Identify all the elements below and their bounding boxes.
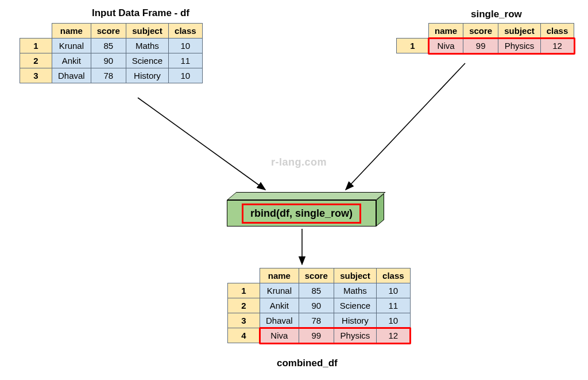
row-index: 3 [228, 313, 260, 328]
col-header: score [463, 24, 498, 39]
cell-score: 90 [299, 298, 334, 313]
block-front-face: rbind(df, single_row) [227, 200, 376, 227]
corner-cell [397, 24, 429, 39]
row-index: 1 [20, 39, 52, 53]
rbind-code-label: rbind(df, single_row) [242, 204, 361, 224]
table-combined-df: name score subject class 1Krunal85Maths1… [227, 268, 411, 343]
col-header: subject [334, 268, 376, 283]
col-header: class [540, 24, 574, 39]
cell-subject: Science [334, 298, 376, 313]
cell-class: 12 [540, 39, 574, 53]
col-header: score [91, 24, 126, 39]
table-row: 2Ankit90Science11 [228, 298, 411, 313]
cell-class: 11 [377, 298, 411, 313]
arrow-df-to-rbind [138, 98, 265, 190]
col-header: name [429, 24, 463, 39]
col-header: class [169, 24, 203, 39]
cell-name: Ankit [52, 53, 91, 68]
row-index: 2 [20, 53, 52, 68]
cell-score: 85 [91, 39, 126, 53]
cell-class: 11 [169, 53, 203, 68]
cell-subject: Maths [334, 283, 376, 298]
table-row: 1Krunal85Maths10 [228, 283, 411, 298]
title-input-df: Input Data Frame - df [92, 7, 189, 19]
cell-class: 10 [377, 313, 411, 328]
row-index: 2 [228, 298, 260, 313]
cell-class: 10 [169, 68, 203, 83]
cell-name: Dhaval [260, 313, 299, 328]
watermark: r-lang.com [271, 156, 327, 168]
table-row: 3Dhaval78History10 [20, 68, 203, 83]
cell-score: 78 [91, 68, 126, 83]
arrow-single-to-rbind [346, 63, 465, 190]
cell-class: 10 [377, 283, 411, 298]
cell-score: 85 [299, 283, 334, 298]
cell-subject: Science [126, 53, 168, 68]
cell-subject: History [334, 313, 376, 328]
table-row: 3Dhaval78History10 [228, 313, 411, 328]
cell-score: 78 [299, 313, 334, 328]
col-header: name [52, 24, 91, 39]
cell-subject: History [126, 68, 168, 83]
table-row: 4Niva99Physics12 [228, 328, 411, 343]
cell-score: 90 [91, 53, 126, 68]
col-header: class [377, 268, 411, 283]
cell-subject: Physics [498, 39, 541, 53]
cell-subject: Physics [334, 328, 376, 343]
cell-subject: Maths [126, 39, 168, 53]
title-single-row: single_row [471, 9, 522, 20]
row-index: 4 [228, 328, 260, 343]
cell-name: Krunal [260, 283, 299, 298]
rbind-operation-block: rbind(df, single_row) [227, 200, 376, 227]
cell-name: Niva [429, 39, 463, 53]
corner-cell [228, 268, 260, 283]
row-index: 3 [20, 68, 52, 83]
block-top-face [227, 192, 386, 200]
col-header: name [260, 268, 299, 283]
table-single-row: name score subject class 1Niva99Physics1… [396, 23, 574, 53]
table-row: 2Ankit90Science11 [20, 53, 203, 68]
title-combined-df: combined_df [277, 358, 338, 369]
table-row: 1Niva99Physics12 [397, 39, 574, 53]
corner-cell [20, 24, 52, 39]
cell-class: 12 [377, 328, 411, 343]
row-index: 1 [228, 283, 260, 298]
cell-name: Dhaval [52, 68, 91, 83]
cell-name: Niva [260, 328, 299, 343]
col-header: subject [126, 24, 168, 39]
col-header: subject [498, 24, 541, 39]
cell-class: 10 [169, 39, 203, 53]
cell-score: 99 [463, 39, 498, 53]
col-header: score [299, 268, 334, 283]
block-side-face [376, 193, 384, 227]
cell-name: Ankit [260, 298, 299, 313]
table-input-df: name score subject class 1Krunal85Maths1… [20, 23, 203, 83]
table-row: 1Krunal85Maths10 [20, 39, 203, 53]
cell-score: 99 [299, 328, 334, 343]
cell-name: Krunal [52, 39, 91, 53]
row-index: 1 [397, 39, 429, 53]
